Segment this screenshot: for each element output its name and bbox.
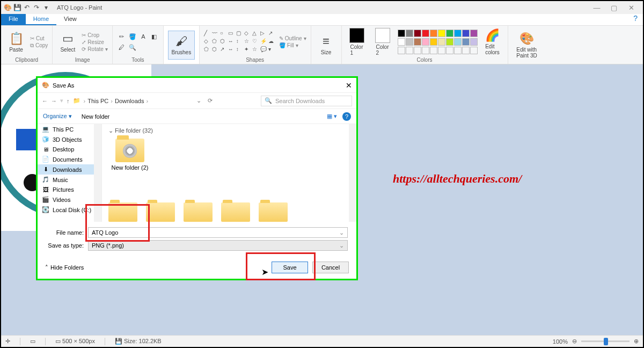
save-icon[interactable]: 💾 [13, 3, 21, 12]
color-swatch[interactable] [470, 38, 478, 46]
tree-item[interactable]: 💻This PC [38, 124, 101, 134]
filename-input[interactable]: ATQ Logo⌄ [88, 227, 348, 238]
save-button[interactable]: Save [272, 262, 308, 273]
paint-icon: 🎨 [42, 82, 49, 89]
paint3d-button[interactable]: 🎨Edit with Paint 3D [513, 32, 541, 59]
copy-button[interactable]: ⧉Copy [30, 42, 48, 49]
color-swatch[interactable] [430, 30, 437, 37]
new-folder-button[interactable]: New folder [82, 113, 110, 120]
color-swatch[interactable] [398, 30, 405, 37]
color-swatch[interactable] [438, 38, 445, 46]
back-button[interactable]: ← [42, 98, 48, 104]
color-swatch[interactable] [422, 30, 429, 37]
folder-item[interactable]: New folder (2) [108, 139, 151, 171]
select-button[interactable]: ▭Select [57, 32, 78, 53]
color-swatch[interactable] [414, 30, 421, 37]
tree-item[interactable]: 📄Documents [38, 154, 101, 164]
eraser-icon[interactable]: ◧ [149, 32, 159, 41]
folder-icon[interactable] [108, 202, 137, 222]
nav-tree: 💻This PC🧊3D Objects🖥Desktop📄Documents⬇Do… [38, 124, 102, 222]
organize-button[interactable]: Organize ▾ [43, 113, 72, 120]
color-swatch[interactable] [406, 38, 413, 46]
color-swatch[interactable] [454, 30, 462, 37]
up-button[interactable]: ↑ [67, 98, 70, 104]
refresh-button[interactable]: ⟳ [208, 97, 213, 104]
color1-button[interactable]: Color 1 [346, 28, 368, 56]
size-button[interactable]: ≡Size [316, 34, 337, 55]
folder-row-partial [108, 202, 350, 222]
fill-shapes-button[interactable]: 🪣Fill ▾ [279, 42, 306, 48]
pencil-icon[interactable]: ✏ [117, 32, 127, 41]
color-swatch[interactable] [422, 38, 429, 46]
tab-view[interactable]: View [56, 14, 84, 25]
tree-item[interactable]: 🖥Desktop [38, 144, 101, 154]
tree-icon: 🎵 [42, 176, 49, 183]
redo-icon[interactable]: ↷ [32, 3, 41, 12]
paste-button[interactable]: 📋Paste [5, 32, 27, 53]
help-icon[interactable]: ? [342, 112, 351, 121]
cut-button[interactable]: ✂Cut [30, 35, 48, 41]
tree-scrollbar[interactable] [94, 124, 101, 222]
color2-swatch [375, 28, 390, 43]
color-swatch[interactable] [454, 38, 462, 46]
chevron-up-icon: ˄ [45, 264, 48, 271]
hide-folders-button[interactable]: ˄Hide Folders [45, 264, 84, 271]
folder-nav-icon: 📁 [73, 97, 80, 104]
cancel-button[interactable]: Cancel [312, 262, 349, 273]
color-swatch[interactable] [398, 38, 405, 46]
maximize-button[interactable]: ▢ [606, 4, 621, 12]
color-swatch[interactable] [462, 30, 470, 37]
tree-icon: ⬇ [42, 166, 49, 173]
tree-icon: 🖥 [42, 146, 49, 153]
tree-item[interactable]: 🎵Music [38, 175, 101, 185]
close-button[interactable]: ✕ [624, 4, 639, 12]
resize-button[interactable]: ⤢Resize [82, 39, 107, 45]
tree-item[interactable]: ⬇Downloads [38, 164, 101, 175]
breadcrumb[interactable]: ›This PC ›Downloads › [84, 98, 149, 104]
view-button[interactable]: ▦ ▾ [327, 113, 337, 120]
shapes-gallery[interactable]: ╱〰○▭▢◇△▷↗ ◇⬠⬡↔↕☆♡⚡☁ ⬠⬡↗↔↕✦☆💬▾ [204, 30, 276, 54]
folder-icon[interactable] [221, 202, 250, 222]
folder-icon[interactable] [184, 202, 213, 222]
undo-icon[interactable]: ↶ [23, 3, 31, 12]
color-swatch[interactable] [446, 38, 453, 46]
tree-icon: 🖼 [42, 186, 49, 193]
color-swatch[interactable] [470, 30, 478, 37]
color-swatch[interactable] [446, 30, 453, 37]
folder-content: ⌄ File folder (32) New folder (2) [102, 124, 356, 222]
search-input[interactable]: 🔍 Search Downloads [261, 96, 352, 106]
tree-item[interactable]: 🖼Pictures [38, 185, 101, 194]
color-swatch[interactable] [414, 38, 421, 46]
color-swatch[interactable] [438, 30, 445, 37]
fill-icon[interactable]: 🪣 [128, 32, 137, 41]
color-swatch[interactable] [462, 38, 470, 46]
color-swatch[interactable] [406, 30, 413, 37]
zoom-slider[interactable] [581, 340, 630, 342]
folder-icon[interactable] [146, 202, 175, 222]
rotate-button[interactable]: ⟳Rotate ▾ [82, 46, 107, 52]
savetype-combo[interactable]: PNG (*.png)⌄ [88, 240, 348, 251]
qat-dropdown-icon[interactable]: ▾ [42, 3, 50, 12]
outline-button[interactable]: ✎Outline ▾ [279, 35, 306, 41]
content-scrollbar[interactable] [349, 124, 356, 222]
tab-home[interactable]: Home [26, 14, 56, 25]
forward-button[interactable]: → [51, 98, 57, 104]
text-icon[interactable]: A [138, 32, 148, 41]
zoom-in-button[interactable]: ⊕ [634, 338, 639, 345]
color2-button[interactable]: Color 2 [372, 28, 393, 56]
tree-item[interactable]: 🧊3D Objects [38, 134, 101, 144]
help-icon[interactable]: ? [633, 14, 643, 25]
edit-colors-button[interactable]: 🌈Edit colors [482, 28, 503, 55]
dialog-close-button[interactable]: ✕ [346, 81, 352, 90]
tab-file[interactable]: File [1, 14, 26, 25]
folder-icon[interactable] [259, 202, 288, 222]
magnify-icon[interactable]: 🔍 [128, 42, 137, 52]
picker-icon[interactable]: 🖊 [117, 42, 127, 52]
tree-item[interactable]: 💽Local Disk (C:) [38, 205, 101, 215]
color-swatch[interactable] [430, 38, 437, 46]
minimize-button[interactable]: — [589, 4, 604, 12]
zoom-out-button[interactable]: ⊖ [572, 338, 577, 345]
tree-item[interactable]: 🎬Videos [38, 194, 101, 205]
crop-button[interactable]: ✂Crop [82, 32, 107, 38]
brushes-button[interactable]: 🖌Brushes [168, 31, 195, 60]
